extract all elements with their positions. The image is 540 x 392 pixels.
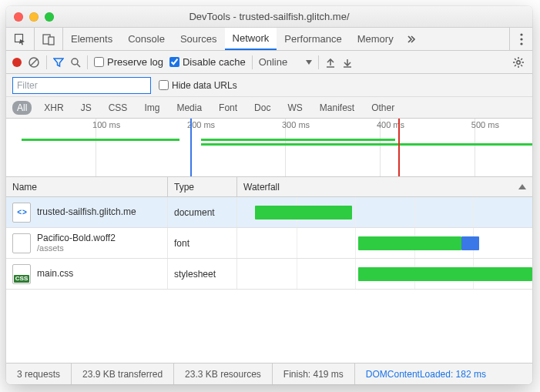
timeline-marker <box>190 119 192 176</box>
filter-input[interactable] <box>12 77 151 94</box>
filter-img[interactable]: Img <box>139 101 164 115</box>
filter-icon[interactable] <box>53 57 64 68</box>
kebab-icon <box>520 33 523 45</box>
request-name: trusted-sailfish.glitch.me <box>37 206 136 217</box>
svg-point-5 <box>520 42 522 45</box>
table-header: Name Type Waterfall <box>6 177 532 197</box>
svg-point-12 <box>517 60 520 63</box>
filter-bar: Hide data URLs <box>6 74 532 97</box>
svg-line-20 <box>515 65 516 66</box>
inspect-element-button[interactable] <box>6 28 35 50</box>
request-type: stylesheet <box>168 259 237 289</box>
table-row[interactable]: Pacifico-Bold.woff2/assetsfont <box>6 228 532 259</box>
request-name: main.css <box>37 268 73 279</box>
close-window-button[interactable] <box>14 12 23 22</box>
hide-data-urls-checkbox[interactable]: Hide data URLs <box>159 80 237 91</box>
status-bar: 3 requests 23.9 KB transferred 23.3 KB r… <box>6 363 532 384</box>
tab-memory[interactable]: Memory <box>350 28 401 50</box>
disable-cache-input[interactable] <box>169 57 179 67</box>
preserve-log-input[interactable] <box>94 57 104 67</box>
filter-font[interactable]: Font <box>214 101 242 115</box>
svg-line-7 <box>31 59 37 65</box>
window-controls <box>6 12 54 22</box>
filter-xhr[interactable]: XHR <box>39 101 68 115</box>
device-toolbar-button[interactable] <box>35 28 63 50</box>
svg-rect-2 <box>49 37 54 45</box>
request-type: document <box>168 197 237 227</box>
zoom-window-button[interactable] <box>45 12 54 22</box>
filter-js[interactable]: JS <box>76 101 96 115</box>
settings-button[interactable] <box>512 56 525 69</box>
kebab-menu-button[interactable] <box>509 28 532 50</box>
preserve-log-label: Preserve log <box>107 56 163 68</box>
filter-ws[interactable]: WS <box>283 101 307 115</box>
filter-media[interactable]: Media <box>172 101 206 115</box>
search-icon[interactable] <box>70 57 81 68</box>
chevron-double-right-icon <box>407 35 416 44</box>
svg-point-3 <box>520 33 522 35</box>
panel-tabs: Elements Console Sources Network Perform… <box>6 28 532 51</box>
tab-network[interactable]: Network <box>225 28 277 50</box>
filter-other[interactable]: Other <box>367 101 399 115</box>
table-row[interactable]: trusted-sailfish.glitch.medocument <box>6 197 532 228</box>
timeline-tick: 500 ms <box>471 120 499 129</box>
timeline-overview[interactable]: 100 ms200 ms300 ms400 ms500 ms <box>6 119 532 177</box>
devtools-window: DevTools - trusted-sailfish.glitch.me/ E… <box>6 6 532 384</box>
svg-line-9 <box>77 64 80 67</box>
tab-console[interactable]: Console <box>120 28 173 50</box>
filter-all[interactable]: All <box>12 101 32 115</box>
request-path: /assets <box>37 243 116 253</box>
col-type-header[interactable]: Type <box>168 177 237 196</box>
throttling-value: Online <box>259 56 288 68</box>
divider <box>87 55 88 69</box>
col-waterfall-header[interactable]: Waterfall <box>237 177 532 196</box>
status-transferred: 23.9 KB transferred <box>72 364 174 384</box>
request-type: font <box>168 228 237 258</box>
filter-css[interactable]: CSS <box>104 101 132 115</box>
svg-point-4 <box>520 38 522 40</box>
status-finish: Finish: 419 ms <box>273 364 355 384</box>
hide-data-urls-input[interactable] <box>159 80 169 90</box>
table-row[interactable]: CSSmain.cssstylesheet <box>6 259 532 290</box>
status-dcl: DOMContentLoaded: 182 ms <box>355 364 497 384</box>
download-har-button[interactable] <box>342 57 353 68</box>
throttling-select[interactable]: Online <box>259 56 313 68</box>
tab-elements[interactable]: Elements <box>63 28 120 50</box>
waterfall-bar <box>358 236 461 250</box>
request-name: Pacifico-Bold.woff2 <box>37 233 116 243</box>
file-icon <box>12 233 31 253</box>
tab-performance[interactable]: Performance <box>277 28 349 50</box>
record-button[interactable] <box>12 58 22 67</box>
col-name-header[interactable]: Name <box>6 177 168 196</box>
divider <box>318 55 319 69</box>
table-body: trusted-sailfish.glitch.medocumentPacifi… <box>6 197 532 363</box>
requests-table: Name Type Waterfall trusted-sailfish.gli… <box>6 177 532 363</box>
file-icon: CSS <box>12 264 31 284</box>
svg-line-18 <box>521 65 522 66</box>
filter-manifest[interactable]: Manifest <box>315 101 359 115</box>
waterfall-bar <box>461 236 479 250</box>
network-toolbar: Preserve log Disable cache Online <box>6 51 532 74</box>
timeline-tick: 100 ms <box>92 120 120 129</box>
chevron-down-icon <box>306 60 312 65</box>
timeline-marker <box>398 119 400 176</box>
overview-bar <box>22 139 179 141</box>
upload-har-button[interactable] <box>325 57 336 68</box>
disable-cache-checkbox[interactable]: Disable cache <box>169 56 246 68</box>
filter-doc[interactable]: Doc <box>250 101 275 115</box>
svg-point-8 <box>72 59 78 65</box>
more-tabs-button[interactable] <box>401 28 421 50</box>
divider <box>252 55 253 69</box>
preserve-log-checkbox[interactable]: Preserve log <box>94 56 163 68</box>
titlebar: DevTools - trusted-sailfish.glitch.me/ <box>6 6 532 28</box>
waterfall-bar <box>358 267 532 281</box>
type-filter-bar: All XHR JS CSS Img Media Font Doc WS Man… <box>6 97 532 119</box>
tab-sources[interactable]: Sources <box>173 28 225 50</box>
clear-button[interactable] <box>28 56 40 69</box>
inspect-icon <box>14 33 26 45</box>
device-icon <box>42 33 55 45</box>
sort-indicator-icon <box>518 184 526 189</box>
overview-bar <box>201 139 396 141</box>
minimize-window-button[interactable] <box>29 12 39 22</box>
svg-line-19 <box>521 59 522 60</box>
